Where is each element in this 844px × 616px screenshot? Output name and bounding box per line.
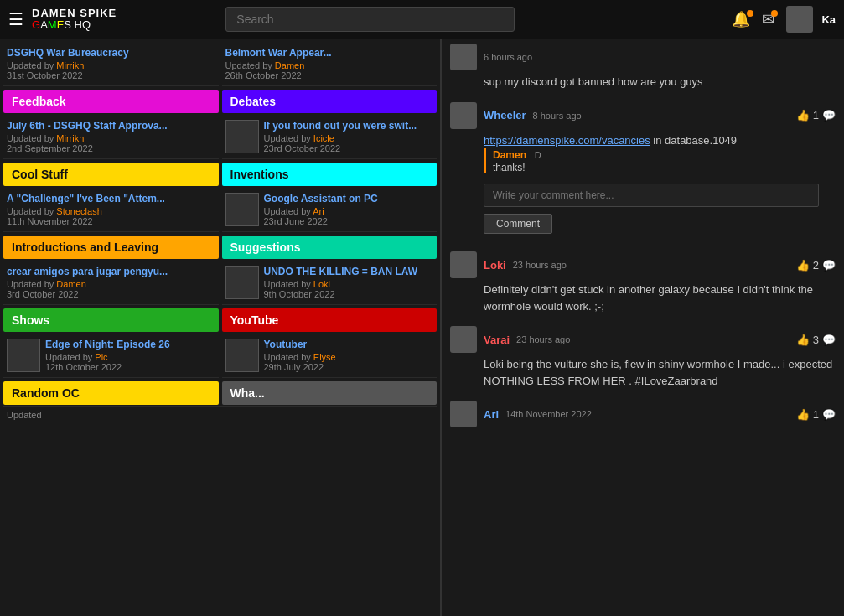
post-meta: Updated by Ari 23rd June 2022 [264, 206, 434, 226]
introductions-header[interactable]: Introductions and Leaving [3, 236, 219, 259]
post-author[interactable]: Loki [313, 279, 330, 289]
post-author[interactable]: Icicle [313, 133, 334, 143]
nav-icons: 🔔 ✉ Ka [732, 6, 836, 33]
bell-icon[interactable]: 🔔 [732, 10, 753, 28]
list-item[interactable]: crear amigos para jugar pengyu... Update… [3, 261, 219, 305]
shows-header[interactable]: Shows [3, 308, 219, 332]
post-author[interactable]: Ari [313, 206, 324, 216]
chat-time: 8 hours ago [533, 111, 582, 121]
chat-time: 14th November 2022 [505, 409, 592, 419]
suggestions-col: Suggestions [222, 236, 438, 261]
coolstuff-col: Cool Stuff [3, 163, 219, 188]
chat-header: Wheeler 8 hours ago 👍 1 💬 [450, 102, 836, 129]
comment-button[interactable]: Comment [484, 214, 552, 234]
suggestions-header[interactable]: Suggestions [222, 236, 438, 259]
chat-time: 23 hours ago [516, 334, 570, 344]
post-author[interactable]: Elyse [313, 352, 336, 362]
post-meta: Updated by Loki 9th October 2022 [264, 279, 434, 299]
post-meta: Updated by Damen 3rd October 2022 [7, 279, 215, 299]
list-item[interactable]: A "Challenge" I've Been "Attem... Update… [3, 188, 219, 232]
suggestions-post-col: UNDO THE KILLING = BAN LAW Updated by Lo… [222, 261, 438, 305]
post-title: DSGHQ War Bureaucracy [7, 47, 215, 59]
debates-header[interactable]: Debates [222, 90, 438, 113]
intro-post-col: crear amigos para jugar pengyu... Update… [3, 261, 219, 305]
chat-username: Ari [484, 408, 499, 421]
post-info: If you found out you were swit... Update… [264, 120, 434, 153]
chat-like: 👍 1 💬 [796, 408, 836, 421]
chat-message: Varai 23 hours ago 👍 3 💬 Loki being the … [450, 326, 836, 389]
post-info: DSGHQ War Bureaucracy Updated by Mirrikh… [7, 47, 215, 80]
chat-time: 6 hours ago [484, 52, 532, 62]
mail-icon[interactable]: ✉ [762, 10, 778, 28]
avatar [450, 102, 477, 129]
nav-username[interactable]: Ka [821, 13, 836, 26]
chat-username: Wheeler [484, 109, 526, 122]
chat-like: 👍 3 💬 [796, 334, 836, 346]
whats-header[interactable]: Wha... [222, 381, 438, 405]
post-title: A "Challenge" I've Been "Attem... [7, 193, 215, 204]
post-info: A "Challenge" I've Been "Attem... Update… [7, 193, 215, 226]
list-item[interactable]: Belmont War Appear... Updated by Damen 2… [222, 42, 438, 86]
feedback-post-col: July 6th - DSGHQ Staff Approva... Update… [3, 115, 219, 159]
shows-post-col: Edge of Night: Episode 26 Updated by Pic… [3, 334, 219, 378]
post-info: UNDO THE KILLING = BAN LAW Updated by Lo… [264, 266, 434, 299]
feedback-debates-row: July 6th - DSGHQ Staff Approva... Update… [3, 115, 437, 159]
avatar [450, 44, 477, 70]
list-item[interactable]: Google Assistant on PC Updated by Ari 23… [222, 188, 438, 232]
intro-suggestions-row: crear amigos para jugar pengyu... Update… [3, 261, 437, 305]
chat-header: Varai 23 hours ago 👍 3 💬 [450, 326, 836, 353]
chat-time: 23 hours ago [513, 260, 567, 270]
post-author[interactable]: Stoneclash [56, 206, 101, 216]
avatar [450, 251, 477, 278]
inventions-header[interactable]: Inventions [222, 163, 438, 186]
post-author[interactable]: Damen [56, 279, 85, 289]
update-bar: Updated [3, 406, 437, 422]
chat-username: Loki [484, 259, 506, 272]
shows-youtube-headers: Shows YouTube [3, 308, 437, 334]
main-layout: DSGHQ War Bureaucracy Updated by Mirrikh… [0, 39, 844, 616]
chat-message: Wheeler 8 hours ago 👍 1 💬 https://damens… [450, 102, 836, 235]
post-author[interactable]: Mirrikh [56, 60, 84, 70]
list-item[interactable]: If you found out you were swit... Update… [222, 115, 438, 159]
feedback-header[interactable]: Feedback [3, 90, 219, 113]
post-thumbnail [7, 339, 40, 372]
chat-reply: Damen D thanks! [484, 148, 836, 173]
post-title: July 6th - DSGHQ Staff Approva... [7, 120, 215, 132]
post-info: July 6th - DSGHQ Staff Approva... Update… [7, 120, 215, 153]
post-author[interactable]: Mirrikh [56, 133, 84, 143]
list-item[interactable]: Youtuber Updated by Elyse 29th July 2022 [222, 334, 438, 378]
coolstuff-inventions-row: A "Challenge" I've Been "Attem... Update… [3, 188, 437, 232]
coolstuff-inventions-headers: Cool Stuff Inventions [3, 163, 437, 188]
random-col: Random OC [3, 381, 219, 406]
list-item[interactable]: DSGHQ War Bureaucracy Updated by Mirrikh… [3, 42, 219, 86]
post-title: Youtuber [264, 339, 434, 350]
search-input[interactable] [225, 7, 515, 32]
avatar [450, 326, 477, 353]
list-item[interactable]: Edge of Night: Episode 26 Updated by Pic… [3, 334, 219, 378]
shows-col: Shows [3, 308, 219, 334]
random-oc-header-row: Random OC Wha... [3, 381, 437, 406]
feedback-col: Feedback [3, 90, 219, 115]
chat-header: 6 hours ago [450, 44, 836, 70]
user-avatar[interactable] [786, 6, 813, 33]
list-item[interactable]: UNDO THE KILLING = BAN LAW Updated by Lo… [222, 261, 438, 305]
coolstuff-post-col: A "Challenge" I've Been "Attem... Update… [3, 188, 219, 232]
intro-suggestions-headers: Introductions and Leaving Suggestions [3, 236, 437, 261]
coolstuff-header[interactable]: Cool Stuff [3, 163, 219, 186]
post-thumbnail [225, 193, 259, 226]
list-item[interactable]: July 6th - DSGHQ Staff Approva... Update… [3, 115, 219, 159]
post-title: If you found out you were swit... [264, 120, 434, 132]
post-meta: Updated by Mirrikh 2nd September 2022 [7, 133, 215, 153]
post-info: Belmont War Appear... Updated by Damen 2… [225, 47, 434, 80]
post-author[interactable]: Damen [275, 60, 304, 70]
hamburger-icon[interactable]: ☰ [8, 9, 23, 29]
comment-input[interactable] [484, 184, 819, 207]
youtube-header[interactable]: YouTube [222, 308, 438, 332]
logo-bottom: GAMES HQ [32, 19, 117, 31]
chat-like: 👍 1 💬 [796, 109, 836, 122]
youtube-post-col: Youtuber Updated by Elyse 29th July 2022 [222, 334, 438, 378]
chat-link[interactable]: https://damenspike.com/vacancies [484, 134, 650, 147]
post-author[interactable]: Pic [95, 352, 107, 362]
right-panel: 6 hours ago sup my discord got banned ho… [440, 39, 844, 616]
random-header[interactable]: Random OC [3, 381, 219, 405]
